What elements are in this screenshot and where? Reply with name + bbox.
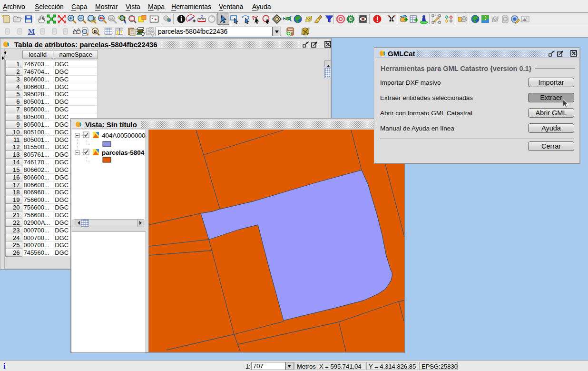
svg-text:B: B [94,29,97,34]
svg-text:404A00500000(: 404A00500000( [102,132,146,139]
svg-text:M: M [28,28,35,35]
svg-text:parcelas-5804: parcelas-5804 [102,149,145,156]
